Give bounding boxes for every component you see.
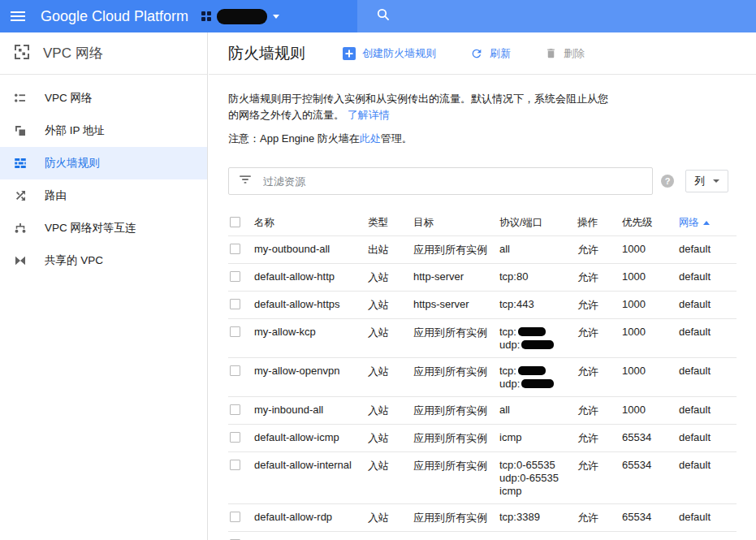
description-text: 防火墙规则用于控制传入实例和从实例传出的流量。默认情况下，系统会阻止从您的网络之… bbox=[228, 93, 608, 121]
sidebar: VPC 网络 VPC 网络 外部 IP 地址 bbox=[0, 32, 208, 540]
row-checkbox[interactable] bbox=[230, 365, 240, 376]
table-row[interactable]: default-allow-ssh 入站 应用到所有实例 tcp:22 允许 6… bbox=[228, 532, 737, 540]
row-checkbox[interactable] bbox=[230, 460, 240, 470]
row-name[interactable]: my-allow-kcp bbox=[254, 326, 368, 338]
row-type: 入站 bbox=[368, 431, 413, 446]
note-prefix: 注意：App Engine 防火墙在 bbox=[228, 132, 360, 145]
sidebar-title: VPC 网络 bbox=[43, 44, 103, 63]
table-row[interactable]: default-allow-https 入站 https-server tcp:… bbox=[228, 292, 737, 319]
create-firewall-rule-button[interactable]: 创建防火墙规则 bbox=[343, 46, 436, 61]
main-content: 防火墙规则 创建防火墙规则 刷新 bbox=[209, 32, 756, 540]
menu-button[interactable] bbox=[0, 0, 36, 32]
gcp-console-page: Google Cloud Platform VPC 网络 bbox=[0, 0, 756, 540]
delete-button[interactable]: 删除 bbox=[545, 46, 585, 61]
row-protocol: tcp:0-65535udp:0-65535icmp bbox=[499, 459, 577, 498]
table-row[interactable]: default-allow-icmp 入站 应用到所有实例 icmp 允许 65… bbox=[228, 425, 737, 452]
row-network: default bbox=[679, 404, 737, 416]
column-header-name[interactable]: 名称 bbox=[254, 216, 368, 230]
table-row[interactable]: my-inbound-all 入站 应用到所有实例 all 允许 1000 de… bbox=[228, 397, 737, 425]
project-selector[interactable] bbox=[201, 9, 279, 24]
row-checkbox[interactable] bbox=[230, 404, 240, 415]
row-target: 应用到所有实例 bbox=[413, 431, 499, 446]
row-type: 出站 bbox=[368, 243, 413, 257]
row-action: 允许 bbox=[577, 511, 622, 525]
sidebar-item-vpc-networks[interactable]: VPC 网络 bbox=[0, 82, 207, 114]
chevron-down-icon bbox=[713, 179, 719, 183]
search-bar[interactable] bbox=[357, 0, 756, 32]
sidebar-nav: VPC 网络 外部 IP 地址 防火墙规则 bbox=[0, 75, 207, 277]
column-header-network[interactable]: 网络 bbox=[679, 216, 737, 230]
row-name[interactable]: my-outbound-all bbox=[254, 243, 368, 255]
column-header-target[interactable]: 目标 bbox=[413, 216, 499, 230]
sidebar-item-label: VPC 网络 bbox=[45, 91, 93, 106]
row-priority: 1000 bbox=[622, 298, 679, 310]
row-action: 允许 bbox=[577, 431, 622, 446]
sidebar-item-external-ip[interactable]: 外部 IP 地址 bbox=[0, 114, 207, 147]
table-row[interactable]: default-allow-internal 入站 应用到所有实例 tcp:0-… bbox=[228, 452, 737, 504]
project-grid-icon bbox=[201, 11, 211, 21]
column-header-protocol[interactable]: 协议/端口 bbox=[499, 216, 577, 230]
app-engine-firewall-link[interactable]: 此处 bbox=[360, 132, 381, 145]
table-row[interactable]: default-allow-rdp 入站 应用到所有实例 tcp:3389 允许… bbox=[228, 504, 737, 532]
content-area: 防火墙规则用于控制传入实例和从实例传出的流量。默认情况下，系统会阻止从您的网络之… bbox=[209, 75, 756, 540]
filter-row: ? 列 bbox=[228, 167, 737, 195]
column-header-type[interactable]: 类型 bbox=[368, 216, 413, 230]
sidebar-item-vpc-peering[interactable]: VPC 网络对等互连 bbox=[0, 212, 207, 244]
redacted-port-value bbox=[521, 379, 554, 388]
row-type: 入站 bbox=[368, 270, 413, 285]
refresh-button[interactable]: 刷新 bbox=[470, 46, 511, 61]
row-checkbox[interactable] bbox=[230, 432, 240, 443]
filter-box[interactable] bbox=[228, 167, 653, 195]
vpc-network-logo-icon bbox=[12, 42, 32, 65]
product-name[interactable]: Google Cloud Platform bbox=[41, 8, 188, 25]
row-checkbox[interactable] bbox=[230, 299, 240, 309]
row-protocol: all bbox=[499, 243, 577, 256]
row-name[interactable]: my-allow-openvpn bbox=[254, 365, 368, 377]
row-action: 允许 bbox=[577, 365, 622, 379]
table-row[interactable]: my-outbound-all 出站 应用到所有实例 all 允许 1000 d… bbox=[228, 236, 737, 264]
page-header: 防火墙规则 创建防火墙规则 刷新 bbox=[209, 32, 756, 75]
row-type: 入站 bbox=[368, 365, 413, 379]
row-checkbox[interactable] bbox=[230, 244, 240, 254]
columns-button-label: 列 bbox=[694, 174, 705, 188]
learn-more-link[interactable]: 了解详情 bbox=[348, 109, 390, 121]
select-all-checkbox[interactable] bbox=[230, 217, 240, 227]
sidebar-item-firewall-rules[interactable]: 防火墙规则 bbox=[0, 147, 207, 179]
columns-button[interactable]: 列 bbox=[685, 170, 728, 192]
chevron-down-icon bbox=[273, 15, 279, 19]
page-description: 防火墙规则用于控制传入实例和从实例传出的流量。默认情况下，系统会阻止从您的网络之… bbox=[228, 91, 616, 123]
column-header-action[interactable]: 操作 bbox=[577, 216, 622, 230]
row-name[interactable]: default-allow-http bbox=[254, 270, 368, 283]
row-name[interactable]: default-allow-rdp bbox=[254, 511, 368, 523]
row-name[interactable]: default-allow-icmp bbox=[254, 431, 368, 443]
row-name[interactable]: default-allow-internal bbox=[254, 459, 368, 471]
column-header-priority[interactable]: 优先级 bbox=[622, 216, 679, 230]
row-priority: 1000 bbox=[622, 243, 679, 255]
sidebar-item-routes[interactable]: 路由 bbox=[0, 179, 207, 212]
row-type: 入站 bbox=[368, 298, 413, 313]
row-checkbox[interactable] bbox=[230, 512, 240, 522]
refresh-icon bbox=[470, 47, 483, 60]
row-network: default bbox=[679, 326, 737, 338]
help-icon[interactable]: ? bbox=[661, 175, 674, 188]
vpc-networks-icon bbox=[13, 91, 28, 106]
row-priority: 1000 bbox=[622, 365, 679, 377]
table-row[interactable]: my-allow-openvpn 入站 应用到所有实例 tcp:udp: 允许 … bbox=[228, 358, 737, 397]
table-row[interactable]: default-allow-http 入站 http-server tcp:80… bbox=[228, 264, 737, 292]
firewall-table-body: my-outbound-all 出站 应用到所有实例 all 允许 1000 d… bbox=[228, 236, 737, 540]
row-name[interactable]: my-inbound-all bbox=[254, 404, 368, 416]
row-network: default bbox=[679, 365, 737, 377]
sidebar-item-shared-vpc[interactable]: 共享的 VPC bbox=[0, 244, 207, 277]
row-priority: 1000 bbox=[622, 326, 679, 338]
row-protocol: tcp:80 bbox=[499, 270, 577, 283]
table-row[interactable]: my-allow-kcp 入站 应用到所有实例 tcp:udp: 允许 1000… bbox=[228, 319, 737, 358]
redacted-port-value bbox=[521, 340, 554, 349]
row-network: default bbox=[679, 270, 737, 283]
vpc-peering-icon bbox=[13, 221, 28, 235]
trash-icon bbox=[545, 47, 557, 59]
filter-resources-input[interactable] bbox=[263, 175, 642, 188]
row-checkbox[interactable] bbox=[230, 326, 240, 337]
table-header-row: 名称 类型 目标 协议/端口 操作 优先级 网络 bbox=[228, 210, 737, 236]
row-name[interactable]: default-allow-https bbox=[254, 298, 368, 310]
row-checkbox[interactable] bbox=[230, 271, 240, 282]
